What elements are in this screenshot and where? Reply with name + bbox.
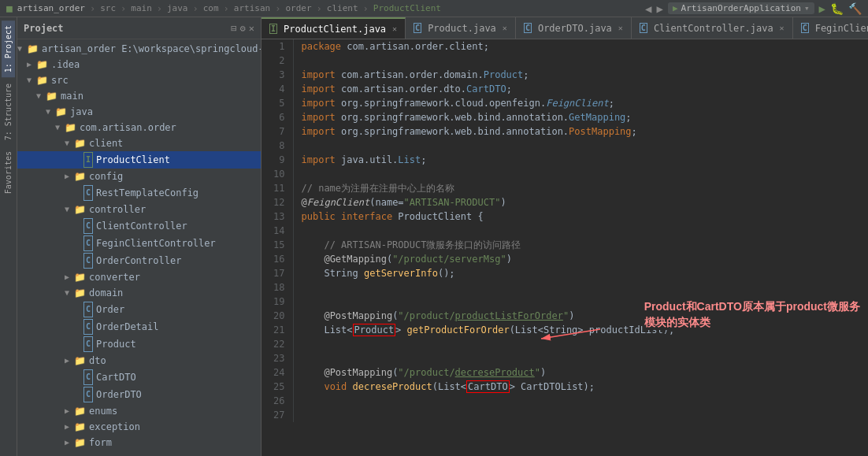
- line-number: 2: [262, 54, 293, 68]
- editor-tab[interactable]: CProduct.java✕: [406, 17, 516, 39]
- tree-item[interactable]: IProductClient: [17, 151, 261, 169]
- code-content: [293, 351, 868, 365]
- code-row: 26: [262, 394, 868, 408]
- line-number: 1: [262, 39, 293, 54]
- left-tab-project[interactable]: 1: Project: [2, 20, 15, 77]
- tree-arrow: ▶: [27, 57, 36, 72]
- tree-item[interactable]: ▼📁controller: [17, 202, 261, 217]
- tree-item[interactable]: ▶📁converter: [17, 269, 261, 285]
- tab-label: FeginClientController.java: [815, 23, 868, 34]
- code-content: import java.util.List;: [293, 153, 868, 167]
- tree-item[interactable]: ▼📁artisan_order E:\workspace\springcloud…: [17, 41, 261, 57]
- code-content: import org.springframework.web.bind.anno…: [293, 110, 868, 124]
- line-number: 17: [262, 266, 293, 280]
- tab-label: OrderDTO.java: [538, 23, 612, 34]
- folder-icon: 📁: [74, 404, 86, 418]
- code-row: 9import java.util.List;: [262, 153, 868, 167]
- code-row: 3import com.artisan.order.domain.Product…: [262, 68, 868, 82]
- tree-label: config: [89, 169, 123, 184]
- sidebar-settings-icon[interactable]: ⚙: [240, 23, 246, 34]
- code-row: 23: [262, 351, 868, 365]
- tree-item[interactable]: COrderDTO: [17, 386, 261, 403]
- code-text: com.artisan.order.client;: [347, 41, 489, 52]
- tab-close-icon[interactable]: ✕: [503, 24, 507, 32]
- code-content: [293, 167, 868, 181]
- run-config[interactable]: ▶ ArtisanOrderApplication ▾: [668, 2, 814, 14]
- file-tree: ▼📁artisan_order E:\workspace\springcloud…: [17, 39, 261, 456]
- folder-icon: 📁: [74, 286, 86, 300]
- tree-item[interactable]: ▶📁exception: [17, 419, 261, 435]
- tree-arrow: ▶: [65, 436, 74, 450]
- tree-item[interactable]: ▼📁main: [17, 88, 261, 104]
- left-tab-structure[interactable]: 7: Structure: [2, 79, 15, 145]
- code-content: import org.springframework.cloud.openfei…: [293, 96, 868, 110]
- tree-arrow: ▼: [36, 89, 46, 103]
- tree-item[interactable]: CCartDTO: [17, 369, 261, 386]
- code-row: 27: [262, 408, 868, 422]
- code-editor[interactable]: 1package com.artisan.order.client;2 3imp…: [262, 39, 868, 456]
- tree-label: exception: [89, 420, 140, 434]
- sidebar-close-icon[interactable]: ✕: [249, 23, 254, 34]
- code-content: [293, 295, 868, 309]
- tab-close-icon[interactable]: ✕: [618, 24, 623, 32]
- tab-close-icon[interactable]: ✕: [392, 24, 397, 33]
- line-number: 4: [262, 82, 293, 96]
- tree-item[interactable]: COrder: [17, 301, 261, 318]
- build-button[interactable]: 🔨: [848, 2, 862, 15]
- editor-tab[interactable]: COrderDTO.java✕: [516, 17, 632, 39]
- code-content: @GetMapping("/product/serverMsg"): [293, 252, 868, 266]
- debug-button[interactable]: 🐛: [830, 2, 844, 15]
- tree-item[interactable]: ▼📁client: [17, 135, 261, 151]
- code-row: 8: [262, 139, 868, 153]
- tree-item[interactable]: ▼📁src: [17, 72, 261, 88]
- code-row: 5import org.springframework.cloud.openfe…: [262, 96, 868, 110]
- run-button[interactable]: ▶: [819, 2, 825, 15]
- line-number: 21: [262, 323, 293, 337]
- tree-label: .idea: [51, 57, 80, 72]
- code-row: 2: [262, 54, 868, 68]
- code-content: public interface ProductClient {: [293, 209, 868, 224]
- class-icon: C: [83, 302, 93, 317]
- nav-back-icon[interactable]: ◀: [645, 2, 651, 15]
- tree-item[interactable]: CProduct: [17, 336, 261, 353]
- tree-label: ClientController: [96, 219, 187, 233]
- tree-item[interactable]: ▶📁enums: [17, 403, 261, 419]
- sidebar-collapse-icon[interactable]: ⊟: [231, 23, 236, 34]
- tree-item[interactable]: ▶📁config: [17, 169, 261, 184]
- tree-item[interactable]: CRestTemplateConfig: [17, 184, 261, 202]
- breadcrumb-sep8: ›: [363, 3, 369, 14]
- title-bar: ■ artisan_order › src › main › java › co…: [0, 0, 868, 17]
- sidebar: Project ⊟ ⚙ ✕ ▼📁artisan_order E:\workspa…: [17, 17, 262, 456]
- tree-item[interactable]: COrderController: [17, 252, 261, 269]
- tree-item[interactable]: CFeginClientController: [17, 235, 261, 252]
- code-content: @FeignClient(name="ARTISAN-PRODUCT"): [293, 195, 868, 209]
- tree-label: FeginClientController: [96, 236, 216, 250]
- editor-tab[interactable]: CFeginClientController.java✕: [793, 17, 868, 39]
- left-tab-favorites[interactable]: Favorites: [2, 146, 15, 198]
- tree-item[interactable]: ▶📁.idea: [17, 57, 261, 72]
- tree-item[interactable]: ▼📁java: [17, 104, 261, 120]
- editor-tab[interactable]: CClientController.java✕: [632, 17, 793, 39]
- code-content: [293, 139, 868, 153]
- tree-label: OrderDetail: [96, 320, 158, 334]
- editor-tab[interactable]: IProductClient.java✕: [262, 17, 406, 39]
- folder-icon: 📁: [36, 73, 48, 87]
- keyword: package: [302, 41, 342, 52]
- line-number: 16: [262, 252, 293, 266]
- tab-close-icon[interactable]: ✕: [780, 24, 785, 32]
- tree-item[interactable]: ▶📁form: [17, 435, 261, 450]
- nav-forward-icon[interactable]: ▶: [657, 2, 663, 15]
- code-row: 25 void decreseProduct(List<CartDTO> Car…: [262, 380, 868, 394]
- line-number: 14: [262, 224, 293, 238]
- tree-item[interactable]: CClientController: [17, 217, 261, 235]
- tree-item[interactable]: COrderDetail: [17, 318, 261, 336]
- tree-item[interactable]: ▶📁dto: [17, 353, 261, 369]
- code-row: 1package com.artisan.order.client;: [262, 39, 868, 54]
- line-number: 10: [262, 167, 293, 181]
- tree-item[interactable]: ▼📁com.artisan.order: [17, 120, 261, 135]
- tree-item[interactable]: ▼📁domain: [17, 285, 261, 301]
- tab-bar: IProductClient.java✕CProduct.java✕COrder…: [262, 17, 868, 39]
- folder-icon: 📁: [74, 202, 86, 217]
- code-content: import com.artisan.order.dto.CartDTO;: [293, 82, 868, 96]
- tree-arrow: ▼: [27, 73, 36, 87]
